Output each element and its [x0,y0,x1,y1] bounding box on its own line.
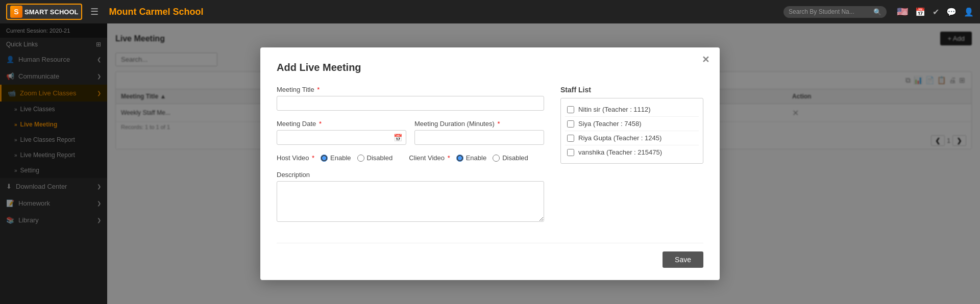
host-video-disabled-input[interactable] [357,155,364,162]
modal-right: Staff List Nitin sir (Teacher : 1112) Si… [560,86,703,233]
meeting-duration-label: Meeting Duration (Minutes) * [414,120,544,128]
staff-checkbox-3[interactable] [567,149,574,156]
logo[interactable]: S SMART SCHOOL [6,4,82,20]
staff-checkbox-1[interactable] [567,120,574,128]
modal-footer: Save [277,243,703,268]
required-star: * [317,86,320,93]
staff-list-label: Staff List [560,86,703,94]
meeting-title-label: Meeting Title * [277,86,544,93]
staff-name-3: vanshika (Teacher : 215475) [578,148,662,156]
client-video-disabled-radio[interactable]: Disabled [493,154,528,162]
video-options-row: Host Video * Enable Disabled [277,154,544,162]
description-group: Description [277,171,544,223]
meeting-duration-input[interactable] [414,130,544,145]
save-button[interactable]: Save [663,251,703,268]
staff-checkbox-2[interactable] [567,135,574,142]
check-icon[interactable]: ✔ [933,7,939,17]
host-video-disabled-radio[interactable]: Disabled [357,154,393,162]
staff-item-1: Siya (Teacher : 7458) [565,117,699,131]
nav-icons: 🇺🇸 📅 ✔ 💬 👤 [897,6,974,17]
host-video-label: Host Video * [277,154,314,162]
modal-left: Meeting Title * Meeting Date * [277,86,544,233]
host-video-enable-radio[interactable]: Enable [321,154,351,162]
staff-name-2: Riya Gupta (Teacher : 1245) [578,134,662,142]
client-video-group: Client Video * Enable Disabled [409,154,528,162]
logo-text: SMART SCHOOL [24,8,78,16]
chat-icon[interactable]: 💬 [946,7,957,17]
date-duration-row: Meeting Date * 📅 Meeting Dur [277,120,544,154]
flag-icon[interactable]: 🇺🇸 [897,6,908,17]
search-input[interactable] [789,8,870,15]
description-label: Description [277,171,544,179]
meeting-title-group: Meeting Title * [277,86,544,111]
add-live-meeting-modal: Add Live Meeting ✕ Meeting Title * [260,47,720,280]
layout: Current Session: 2020-21 Quick Links ⊞ 👤… [0,23,980,304]
staff-item-2: Riya Gupta (Teacher : 1245) [565,131,699,145]
user-icon[interactable]: 👤 [964,7,974,17]
host-video-enable-input[interactable] [321,155,328,162]
navbar: S SMART SCHOOL ☰ Mount Carmel School 🔍 🇺… [0,0,980,23]
client-video-label: Client Video * [409,154,450,162]
calendar-icon[interactable]: 📅 [394,134,402,142]
search-box: 🔍 [783,6,887,18]
calendar-icon[interactable]: 📅 [915,7,925,17]
required-star: * [497,120,500,128]
client-video-enable-input[interactable] [456,155,463,162]
staff-checkbox-0[interactable] [567,106,574,113]
logo-icon: S [10,6,22,18]
meeting-date-input[interactable] [277,130,406,145]
staff-list-box: Nitin sir (Teacher : 1112) Siya (Teacher… [560,98,703,164]
client-video-enable-radio[interactable]: Enable [456,154,486,162]
staff-name-1: Siya (Teacher : 7458) [578,120,642,128]
staff-item-3: vanshika (Teacher : 215475) [565,145,699,159]
school-name: Mount Carmel School [109,7,777,17]
staff-item-0: Nitin sir (Teacher : 1112) [565,103,699,117]
description-textarea[interactable] [277,181,544,222]
modal-title: Add Live Meeting [277,62,703,73]
hamburger-icon[interactable]: ☰ [90,6,99,17]
search-icon: 🔍 [873,8,881,16]
modal-body: Meeting Title * Meeting Date * [277,86,703,233]
meeting-duration-group: Meeting Duration (Minutes) * [414,120,544,145]
main-content-area: Live Meeting + Add ⧉ 📊 📄 📋 🖨 ⊞ [107,23,980,304]
modal-overlay: Add Live Meeting ✕ Meeting Title * [107,23,980,304]
required-star: * [319,120,322,128]
staff-name-0: Nitin sir (Teacher : 1112) [578,106,651,113]
modal-close-button[interactable]: ✕ [699,54,712,66]
host-video-group: Host Video * Enable Disabled [277,154,393,162]
meeting-date-group: Meeting Date * 📅 [277,120,406,145]
meeting-date-label: Meeting Date * [277,120,406,128]
meeting-title-input[interactable] [277,96,544,111]
client-video-disabled-input[interactable] [493,155,500,162]
date-input-wrap: 📅 [277,130,406,145]
